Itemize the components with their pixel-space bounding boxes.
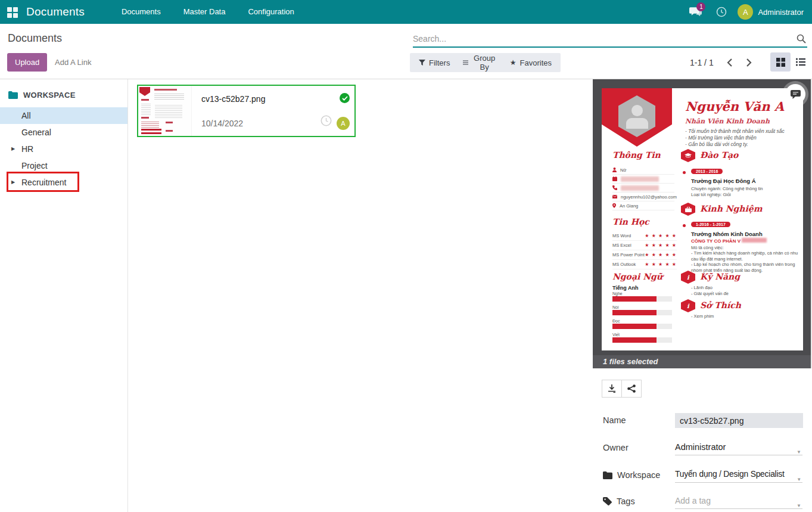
menu-documents[interactable]: Documents bbox=[113, 0, 169, 24]
expand-caret-icon[interactable]: ▶ bbox=[11, 141, 15, 157]
menu-configuration[interactable]: Configuration bbox=[239, 0, 302, 24]
cv-language-level-label: Đọc bbox=[612, 319, 620, 323]
pager-next-button[interactable] bbox=[741, 54, 757, 71]
group-by-button[interactable]: Group By bbox=[458, 53, 502, 72]
user-menu[interactable]: A Administrator bbox=[738, 4, 804, 20]
expand-caret-icon[interactable]: ▶ bbox=[11, 174, 15, 191]
cv-info-text: An Giang bbox=[620, 203, 638, 209]
tags-label-text: Tags bbox=[617, 493, 635, 510]
owner-select[interactable]: Administrator ▼ bbox=[675, 439, 802, 455]
sidebar-item-general[interactable]: General bbox=[0, 124, 127, 141]
activities-button[interactable] bbox=[711, 0, 732, 24]
upload-button[interactable]: Upload bbox=[7, 53, 47, 72]
grid-view-icon bbox=[776, 58, 785, 67]
star-rating: ★ ★ ★ ★ ★ bbox=[645, 262, 677, 267]
dropdown-caret-icon[interactable]: ▼ bbox=[797, 472, 801, 488]
cv-objectives: - Tôi muốn trở thành một nhân viên xuất … bbox=[685, 128, 798, 148]
cv-experience-title: Kinh Nghiệm bbox=[700, 204, 763, 213]
workspace-label-text: Workspace bbox=[617, 467, 660, 483]
cv-job-title: Nhân Viên Kinh Doanh bbox=[685, 117, 770, 125]
list-view-button[interactable] bbox=[791, 52, 811, 72]
search-input[interactable] bbox=[413, 31, 807, 46]
cv-experience-desc-heading: Mô tả công việc: bbox=[691, 245, 724, 250]
chat-bubble-icon bbox=[791, 90, 801, 99]
messages-button[interactable]: 1 bbox=[685, 0, 705, 24]
search-icon[interactable] bbox=[797, 34, 806, 46]
cv-objective-line: - Tôi muốn trở thành một nhân viên xuất … bbox=[685, 128, 798, 135]
share-button[interactable] bbox=[621, 380, 642, 398]
user-name: Administrator bbox=[758, 8, 804, 17]
cv-skill-name: MS Power Point bbox=[612, 252, 645, 257]
messages-badge: 1 bbox=[696, 2, 705, 11]
progress-bar bbox=[612, 324, 672, 329]
pager-previous-button[interactable] bbox=[722, 54, 738, 71]
favorites-star-icon: ★ bbox=[510, 58, 517, 67]
cv-experience-role: Trưởng Nhóm Kinh Doanh bbox=[691, 231, 763, 237]
cv-info-rows: Nữ nguyennhu102@yahoo.com bbox=[612, 166, 674, 210]
tag-icon bbox=[603, 497, 612, 505]
cv-info-phone bbox=[612, 184, 674, 193]
selected-check-icon[interactable] bbox=[340, 93, 350, 103]
document-card[interactable]: cv13-c52b27.png 10/14/2022 A bbox=[137, 85, 356, 137]
thumbnail-decoration bbox=[166, 130, 173, 132]
download-button[interactable] bbox=[602, 380, 622, 398]
menu-master-data[interactable]: Master Data bbox=[175, 0, 234, 24]
favorites-button[interactable]: ★ Favorites bbox=[505, 53, 557, 72]
dropdown-caret-icon[interactable]: ▼ bbox=[797, 498, 801, 512]
document-filename: cv13-c52b27.png bbox=[201, 94, 265, 104]
thumbnail-decoration bbox=[154, 92, 184, 101]
document-card-body: cv13-c52b27.png 10/14/2022 A bbox=[192, 86, 354, 136]
cv-education-school: Trường Đại Học Đông Á bbox=[691, 178, 756, 184]
cv-info-text: Nữ bbox=[620, 167, 626, 173]
top-navbar: Documents Documents Master Data Configur… bbox=[0, 0, 812, 24]
calendar-icon bbox=[612, 176, 617, 181]
progress-fill bbox=[612, 337, 657, 343]
clock-icon bbox=[716, 7, 727, 17]
redacted-value bbox=[621, 185, 659, 191]
name-input[interactable] bbox=[675, 413, 803, 428]
progress-bar bbox=[612, 337, 672, 343]
sidebar-item-label: General bbox=[21, 128, 51, 137]
workspace-field-label: Workspace bbox=[603, 467, 660, 483]
kanban-view-button[interactable] bbox=[770, 52, 791, 72]
workspace-field-row: Workspace Tuyển dụng / Design Specialist… bbox=[593, 467, 812, 485]
cv-info-title: Thông Tin bbox=[612, 150, 661, 160]
thumbnail-decoration bbox=[141, 129, 161, 131]
list-view-icon bbox=[796, 58, 805, 66]
navbar-right: 1 A Administrator bbox=[685, 0, 812, 24]
tags-select[interactable]: Add a tag ▼ bbox=[675, 493, 802, 509]
owner-value: Administrator bbox=[675, 442, 726, 452]
workspace-select[interactable]: Tuyển dụng / Design Specialist ▼ bbox=[675, 467, 802, 483]
workspace-header: WORKSPACE bbox=[8, 91, 127, 100]
filters-button[interactable]: Filters bbox=[413, 53, 455, 72]
sidebar-item-recruitment[interactable]: ▶Recruitment bbox=[0, 174, 127, 191]
cv-info-birthdate bbox=[612, 175, 674, 184]
sidebar-item-project[interactable]: Project bbox=[0, 157, 127, 174]
mail-icon bbox=[612, 195, 617, 198]
dropdown-caret-icon[interactable]: ▼ bbox=[797, 445, 801, 460]
thumbnail-decoration bbox=[141, 99, 149, 101]
share-icon bbox=[627, 384, 636, 393]
document-date: 10/14/2022 bbox=[201, 119, 243, 128]
cv-skills-item: - Giải quyết vấn đề bbox=[691, 291, 729, 296]
activity-clock-icon[interactable] bbox=[321, 115, 332, 129]
cv-avatar-head bbox=[631, 105, 643, 116]
apps-menu-icon[interactable] bbox=[0, 0, 24, 24]
sidebar-item-label: HR bbox=[21, 144, 33, 154]
cv-education-grade: Loại tốt nghiệp: Giỏi bbox=[691, 192, 731, 197]
thumbnail-decoration bbox=[141, 120, 159, 128]
progress-fill bbox=[612, 310, 657, 315]
sidebar-item-hr[interactable]: ▶HR bbox=[0, 141, 127, 157]
user-icon bbox=[612, 167, 617, 172]
add-a-link-button[interactable]: Add A Link bbox=[51, 53, 95, 72]
document-preview-image[interactable]: Nguyễn Văn A Nhân Viên Kinh Doanh - Tôi … bbox=[602, 88, 803, 350]
filters-label: Filters bbox=[429, 58, 450, 67]
sidebar-item-all[interactable]: All bbox=[0, 107, 127, 124]
user-avatar: A bbox=[738, 4, 753, 20]
tags-field-label: Tags bbox=[603, 493, 635, 510]
document-chatter-button[interactable] bbox=[785, 84, 805, 104]
name-field-row: Name bbox=[593, 412, 812, 430]
progress-fill bbox=[612, 296, 657, 302]
cv-skill-row: MS Excel★ ★ ★ ★ ★ bbox=[612, 241, 677, 250]
pager-range: 1-1 / 1 bbox=[690, 58, 714, 67]
